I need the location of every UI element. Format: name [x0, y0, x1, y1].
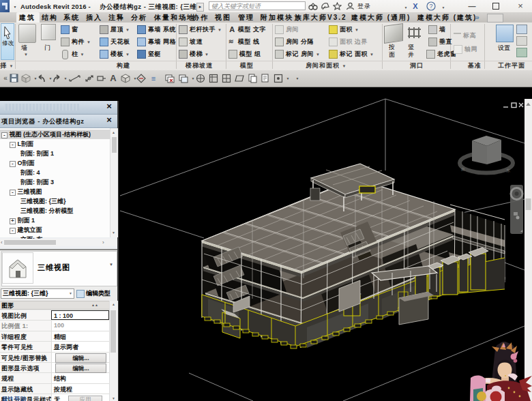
svg-text:南: 南: [461, 167, 465, 171]
svg-text:?: ?: [430, 3, 433, 10]
svg-text:东: 东: [506, 168, 510, 173]
